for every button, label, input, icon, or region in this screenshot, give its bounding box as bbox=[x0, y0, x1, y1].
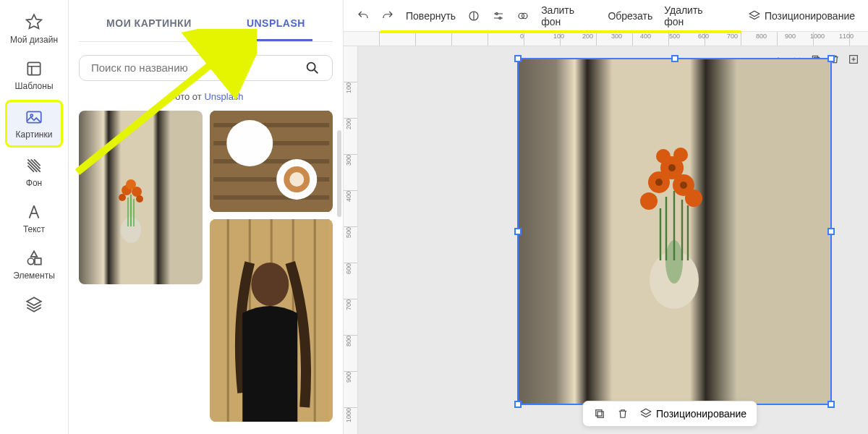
resize-handle[interactable] bbox=[514, 401, 522, 408]
ruler-tick: 100 bbox=[345, 82, 352, 93]
rail-item-templates[interactable]: Шаблоны bbox=[5, 54, 63, 97]
redo-icon bbox=[381, 9, 394, 22]
redo-button[interactable] bbox=[381, 9, 394, 22]
svg-rect-41 bbox=[596, 410, 602, 416]
tab-unsplash[interactable]: UNSPLASH bbox=[239, 7, 312, 41]
rail-item-elements[interactable]: Элементы bbox=[5, 243, 63, 286]
rotate-button[interactable]: Повернуть bbox=[406, 10, 456, 22]
crop-button[interactable]: Обрезать bbox=[608, 10, 652, 22]
tab-my-images[interactable]: МОИ КАРТИНКИ bbox=[99, 7, 199, 41]
svg-point-33 bbox=[640, 192, 658, 210]
ruler-tick: 700 bbox=[345, 299, 352, 310]
ruler-tick: 500 bbox=[669, 33, 680, 40]
ruler-tick: 700 bbox=[727, 33, 738, 40]
resize-handle[interactable] bbox=[514, 228, 522, 235]
ruler-tick: 0 bbox=[520, 33, 524, 40]
rotate-label: Повернуть bbox=[406, 10, 456, 22]
overlap-icon bbox=[516, 9, 529, 22]
annotation-underline bbox=[380, 30, 741, 33]
thumbnail[interactable] bbox=[210, 111, 333, 212]
svg-point-35 bbox=[656, 149, 671, 163]
svg-point-3 bbox=[27, 258, 34, 265]
svg-point-39 bbox=[668, 164, 676, 171]
positioning-button[interactable]: Позиционирование bbox=[748, 9, 855, 22]
ruler-tick: 600 bbox=[698, 33, 709, 40]
coffee-thumbnail-art bbox=[210, 111, 333, 212]
contrast-button[interactable] bbox=[467, 9, 480, 22]
rail-label: Фон bbox=[26, 178, 42, 188]
portrait-thumbnail-art bbox=[210, 219, 333, 422]
svg-rect-0 bbox=[27, 62, 40, 75]
resize-handle[interactable] bbox=[671, 55, 678, 62]
text-icon bbox=[25, 203, 43, 221]
credit-link[interactable]: Unsplash bbox=[204, 91, 243, 102]
rail-item-layers[interactable] bbox=[5, 289, 63, 323]
resize-handle[interactable] bbox=[827, 55, 835, 62]
ruler-tick: 300 bbox=[611, 33, 622, 40]
svg-point-16 bbox=[289, 172, 304, 187]
duplicate-icon[interactable] bbox=[593, 407, 606, 420]
rail-item-background[interactable]: Фон bbox=[5, 150, 63, 194]
svg-point-18 bbox=[251, 263, 289, 306]
rail-item-text[interactable]: Текст bbox=[5, 197, 63, 240]
rail-label: Картинки bbox=[16, 129, 53, 140]
panel-tabs: МОИ КАРТИНКИ UNSPLASH bbox=[79, 7, 333, 42]
svg-rect-40 bbox=[597, 412, 603, 417]
trash-icon[interactable] bbox=[616, 407, 629, 420]
search-icon bbox=[305, 60, 320, 76]
resize-handle[interactable] bbox=[827, 228, 835, 235]
fill-bg-button[interactable]: Залить фон bbox=[541, 4, 596, 27]
overlap-button[interactable] bbox=[516, 9, 529, 22]
ruler-tick: 1000 bbox=[345, 408, 352, 422]
credit-prefix: Фото от bbox=[168, 91, 204, 102]
thumbnail[interactable] bbox=[210, 219, 333, 422]
rail-item-images[interactable]: Картинки bbox=[5, 100, 63, 148]
layers-icon bbox=[25, 295, 43, 314]
rail-label: Текст bbox=[23, 224, 45, 234]
ruler-tick: 500 bbox=[345, 227, 352, 238]
positioning-label: Позиционирование bbox=[765, 10, 855, 22]
credit-line: Фото от Unsplash bbox=[79, 91, 333, 102]
resize-handle[interactable] bbox=[827, 401, 835, 408]
svg-point-34 bbox=[685, 190, 702, 207]
remove-bg-label: Удалить фон bbox=[664, 4, 725, 27]
ruler-tick: 400 bbox=[345, 191, 352, 202]
resize-handle[interactable] bbox=[514, 55, 522, 62]
svg-point-9 bbox=[126, 179, 136, 190]
undo-icon bbox=[357, 9, 370, 22]
shapes-icon bbox=[25, 249, 43, 268]
add-page-icon[interactable] bbox=[848, 54, 859, 65]
ruler-tick: 800 bbox=[345, 336, 352, 346]
image-popover: Позиционирование bbox=[582, 401, 757, 427]
crop-label: Обрезать bbox=[608, 10, 652, 22]
ruler-tick: 800 bbox=[756, 33, 767, 40]
image-grid bbox=[79, 111, 333, 427]
search-input[interactable] bbox=[91, 61, 305, 74]
ruler-tick: 200 bbox=[345, 119, 352, 129]
selected-image[interactable] bbox=[517, 58, 832, 405]
remove-bg-button[interactable]: Удалить фон bbox=[664, 4, 725, 27]
svg-rect-4 bbox=[35, 258, 41, 265]
ruler-tick: 900 bbox=[345, 372, 352, 383]
popover-positioning-button[interactable]: Позиционирование bbox=[639, 407, 746, 420]
popover-positioning-label: Позиционирование bbox=[656, 408, 746, 420]
scrollbar[interactable] bbox=[337, 130, 341, 217]
svg-point-13 bbox=[226, 120, 273, 166]
thumbnail[interactable] bbox=[79, 111, 203, 284]
ruler-tick: 100 bbox=[553, 33, 564, 40]
ruler-tick: 200 bbox=[582, 33, 593, 40]
adjust-button[interactable] bbox=[492, 9, 505, 22]
pattern-icon bbox=[25, 156, 43, 175]
svg-point-10 bbox=[119, 194, 126, 201]
contrast-icon bbox=[467, 9, 480, 22]
canvas-area: Повернуть Залить фон Обрезать Удалить фо… bbox=[344, 0, 868, 434]
undo-button[interactable] bbox=[357, 9, 370, 22]
rail-label: Мой дизайн bbox=[10, 35, 58, 45]
ruler-tick: 400 bbox=[640, 33, 651, 40]
svg-point-37 bbox=[655, 179, 663, 186]
svg-point-11 bbox=[136, 195, 143, 203]
ruler-tick: 1000 bbox=[810, 33, 825, 40]
search-bar[interactable] bbox=[79, 55, 333, 81]
rail-item-my-design[interactable]: Мой дизайн bbox=[5, 7, 63, 51]
ruler-tick: 300 bbox=[345, 155, 352, 166]
